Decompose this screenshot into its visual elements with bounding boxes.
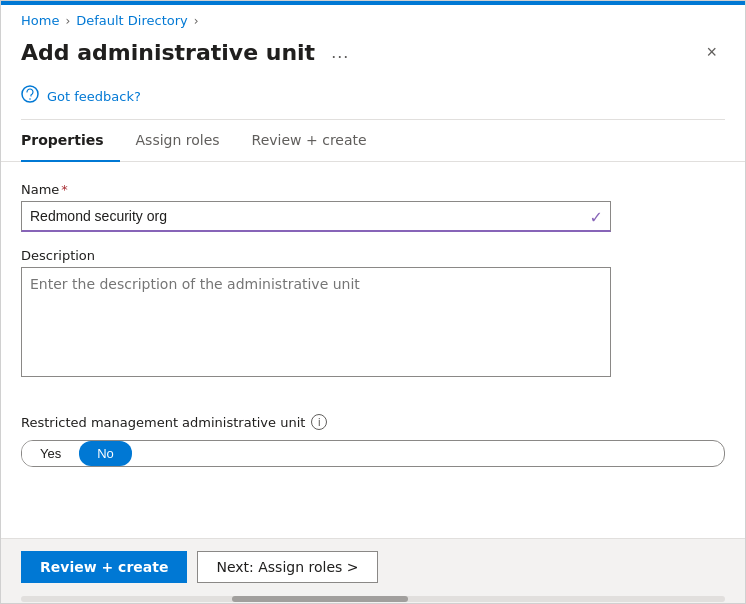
svg-point-1 xyxy=(29,98,31,100)
close-button[interactable]: × xyxy=(698,38,725,67)
toggle-no-button[interactable]: No xyxy=(79,441,132,466)
check-icon: ✓ xyxy=(590,207,603,226)
restricted-label: Restricted management administrative uni… xyxy=(21,415,305,430)
next-assign-roles-button[interactable]: Next: Assign roles > xyxy=(197,551,377,583)
content-area: Name* ✓ Description Restricted managemen… xyxy=(1,162,745,538)
description-label: Description xyxy=(21,248,725,263)
feedback-text[interactable]: Got feedback? xyxy=(47,89,141,104)
tabs-row: Properties Assign roles Review + create xyxy=(1,120,745,162)
breadcrumb-home[interactable]: Home xyxy=(21,13,59,28)
scrollbar-area xyxy=(1,595,745,603)
feedback-row: Got feedback? xyxy=(1,79,745,119)
feedback-icon xyxy=(21,85,39,107)
breadcrumb-directory[interactable]: Default Directory xyxy=(76,13,188,28)
scrollbar-track xyxy=(21,596,725,602)
footer: Review + create Next: Assign roles > xyxy=(1,538,745,595)
description-field-group: Description xyxy=(21,248,725,398)
breadcrumb-sep-2: › xyxy=(194,14,199,28)
description-input[interactable] xyxy=(21,267,611,377)
tab-properties[interactable]: Properties xyxy=(21,120,120,162)
breadcrumb-sep-1: › xyxy=(65,14,70,28)
toggle-yes-button[interactable]: Yes xyxy=(22,441,79,466)
restricted-label-row: Restricted management administrative uni… xyxy=(21,414,725,430)
page-title: Add administrative unit xyxy=(21,40,315,65)
required-star: * xyxy=(61,182,68,197)
scrollbar-thumb[interactable] xyxy=(232,596,408,602)
name-input-wrapper: ✓ xyxy=(21,201,611,232)
name-label: Name* xyxy=(21,182,725,197)
review-create-button[interactable]: Review + create xyxy=(21,551,187,583)
breadcrumb: Home › Default Directory › xyxy=(1,5,745,34)
tab-review-create[interactable]: Review + create xyxy=(236,120,383,162)
name-field-group: Name* ✓ xyxy=(21,182,725,232)
restricted-field-group: Restricted management administrative uni… xyxy=(21,414,725,467)
name-input[interactable] xyxy=(21,201,611,232)
tab-assign-roles[interactable]: Assign roles xyxy=(120,120,236,162)
header-left: Add administrative unit ... xyxy=(21,40,355,65)
modal: Home › Default Directory › Add administr… xyxy=(0,0,746,604)
header-row: Add administrative unit ... × xyxy=(1,34,745,79)
toggle-wrapper: Yes No xyxy=(21,440,725,467)
ellipsis-button[interactable]: ... xyxy=(325,40,355,65)
info-icon[interactable]: i xyxy=(311,414,327,430)
